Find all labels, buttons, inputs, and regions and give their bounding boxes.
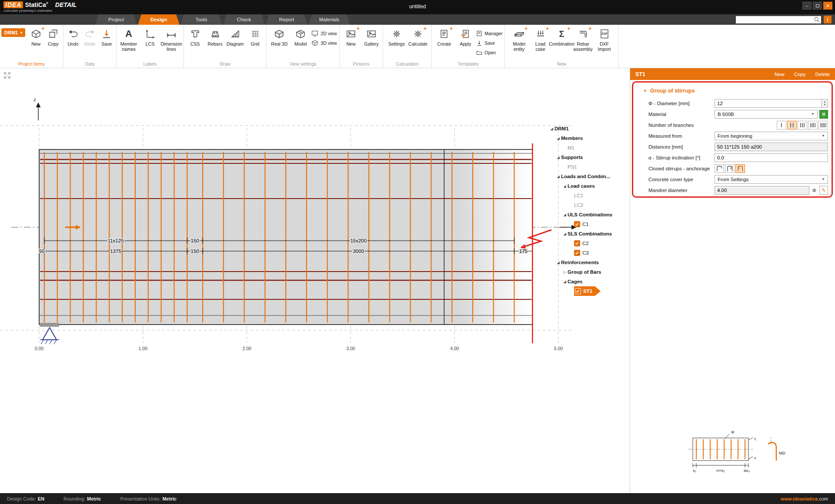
3d-view-button[interactable]: 3D view xyxy=(311,39,337,47)
tab-design[interactable]: Design xyxy=(138,14,180,25)
dimension-lines-button[interactable]: Dimension lines xyxy=(161,26,182,60)
search-input[interactable] xyxy=(736,16,821,23)
2d-view-button[interactable]: 2D view xyxy=(311,29,337,37)
tab-report[interactable]: Report xyxy=(266,14,307,25)
branches-3-button[interactable] xyxy=(798,121,807,129)
expand-open-icon[interactable]: ◢ xyxy=(555,261,561,265)
apply-template-button[interactable]: Apply xyxy=(455,26,476,60)
branches-1-button[interactable] xyxy=(777,121,786,129)
dxf-import-button[interactable]: DXF DXF Import xyxy=(594,26,615,60)
settings-button[interactable]: Settings xyxy=(386,26,407,60)
tree-item-members[interactable]: ◢Members xyxy=(549,133,630,143)
expand-open-icon[interactable]: ◢ xyxy=(562,232,568,236)
branches-5-button[interactable] xyxy=(818,121,828,129)
new-picture-button[interactable]: + New xyxy=(341,26,361,60)
stirrup-copy-button[interactable]: Copy xyxy=(794,72,806,77)
search-icon[interactable] xyxy=(814,17,820,23)
lcs-button[interactable]: LCS xyxy=(140,26,160,60)
anchorage-open-button[interactable] xyxy=(715,164,724,173)
expand-open-icon[interactable]: ◢ xyxy=(555,136,561,140)
anchorage-closed-button[interactable] xyxy=(735,164,745,173)
tree-item-reinforcements[interactable]: ◢Reinforcements xyxy=(549,258,630,267)
load-case-button[interactable]: + Load case xyxy=(530,26,551,60)
stirrup-delete-button[interactable]: Delete xyxy=(815,72,830,77)
stirrup-new-button[interactable]: New xyxy=(775,72,785,77)
tree-item-drm1[interactable]: ◢DRM1 xyxy=(549,124,630,133)
tree-item-load-cases[interactable]: ◢Load cases xyxy=(549,181,630,191)
inclination-input[interactable] xyxy=(715,153,828,162)
material-select[interactable]: B 500B ▼ xyxy=(715,110,818,119)
rebars-button[interactable]: Rebars xyxy=(205,26,225,60)
expand-open-icon[interactable]: ◢ xyxy=(562,213,568,217)
gallery-button[interactable]: Gallery xyxy=(361,26,381,60)
close-button[interactable]: × xyxy=(823,2,832,10)
website-link[interactable]: www.ideastatica.com xyxy=(781,496,828,501)
calculate-button[interactable]: + Calculate xyxy=(407,26,428,60)
collapse-triangle-icon[interactable]: ▼ xyxy=(643,89,647,93)
rebar-assembly-button[interactable]: + Rebar assembly xyxy=(573,26,594,60)
spinner-control[interactable]: ▲▼ xyxy=(822,99,828,108)
checkbox-checked-icon[interactable]: ✔ xyxy=(574,240,580,246)
tree-item-m1[interactable]: M1 xyxy=(549,143,630,153)
tab-check[interactable]: Check xyxy=(223,14,265,25)
tab-materials[interactable]: Materials xyxy=(308,14,350,25)
checkbox-checked-icon[interactable]: ✔ xyxy=(574,221,580,227)
checkbox-checked-icon[interactable]: ✔ xyxy=(574,250,580,256)
beam-drawing[interactable]: 0.001.002.003.004.005.0011x12515015x2005… xyxy=(0,68,630,493)
checkbox-checked-icon[interactable]: ✔ xyxy=(575,288,581,294)
design-canvas[interactable]: 0.001.002.003.004.005.0011x12515015x2005… xyxy=(0,68,630,493)
material-library-button[interactable] xyxy=(819,110,828,119)
tab-project[interactable]: Project xyxy=(95,14,137,25)
tree-item-cages[interactable]: ◢Cages xyxy=(549,277,630,286)
tree-item-c1[interactable]: ✔C1 xyxy=(549,219,630,229)
distances-input[interactable] xyxy=(715,143,828,151)
expand-open-icon[interactable]: ◢ xyxy=(555,175,561,179)
spinner-down-icon[interactable]: ▼ xyxy=(824,103,826,106)
expand-open-icon[interactable]: ◢ xyxy=(562,280,568,284)
model-view-button[interactable]: Model xyxy=(290,26,311,60)
real-3d-button[interactable]: Real 3D xyxy=(269,26,290,60)
tree-item-uls-combinations[interactable]: ◢ULS Combinations xyxy=(549,210,630,219)
diameter-input[interactable] xyxy=(715,99,822,108)
tree-item-ps1[interactable]: PS1 xyxy=(549,162,630,172)
expand-open-icon[interactable]: ◢ xyxy=(555,156,561,159)
spinner-up-icon[interactable]: ▲ xyxy=(824,100,826,103)
save-button[interactable]: Save xyxy=(98,26,115,60)
mandrel-input[interactable] xyxy=(715,186,809,195)
grid-button[interactable]: Grid xyxy=(245,26,265,60)
minimize-button[interactable]: – xyxy=(802,2,812,10)
expand-open-icon[interactable]: ◢ xyxy=(549,127,554,131)
branches-2-button[interactable] xyxy=(787,121,797,129)
model-entity-button[interactable]: + Model entity xyxy=(509,26,530,60)
tree-item-lc2[interactable]: LC2 xyxy=(549,200,630,210)
info-button[interactable]: i xyxy=(824,16,832,23)
tree-item-c3[interactable]: ✔C3 xyxy=(549,248,630,258)
tree-item-group-of-bars[interactable]: ▷Group of Bars xyxy=(549,267,630,277)
measured-from-select[interactable]: From beginning ▼ xyxy=(715,132,828,140)
template-open-button[interactable]: Open xyxy=(476,48,502,56)
tree-item-st1[interactable]: ✔ST1 xyxy=(549,286,630,296)
maximize-button[interactable] xyxy=(813,2,822,10)
anchorage-hook-button[interactable] xyxy=(725,164,735,173)
project-item-selector[interactable]: DRM1▾ xyxy=(1,28,25,37)
copy-project-item-button[interactable]: Copy xyxy=(45,26,62,60)
tree-item-lc1[interactable]: LC1 xyxy=(549,191,630,200)
create-template-button[interactable]: + Create xyxy=(434,26,454,60)
tree-item-sls-combinations[interactable]: ◢SLS Combinations xyxy=(549,229,630,239)
diagram-button[interactable]: Diagram xyxy=(225,26,245,60)
css-button[interactable]: CSS xyxy=(185,26,205,60)
section-group-of-stirrups[interactable]: ▼ Group of stirrups xyxy=(630,84,835,98)
combination-button[interactable]: Σ+ Combination xyxy=(551,26,572,60)
tab-tools[interactable]: Tools xyxy=(180,14,222,25)
fit-view-icon[interactable] xyxy=(3,72,11,81)
branches-4-button[interactable] xyxy=(808,121,818,129)
tree-item-supports[interactable]: ◢Supports xyxy=(549,153,630,162)
cover-type-select[interactable]: From Settings ▼ xyxy=(715,175,828,184)
tree-item-c2[interactable]: ✔C2 xyxy=(549,239,630,248)
template-save-button[interactable]: Save xyxy=(476,39,502,47)
new-project-item-button[interactable]: + New xyxy=(27,26,44,60)
undo-button[interactable]: Undo xyxy=(65,26,81,60)
expand-closed-icon[interactable]: ▷ xyxy=(562,270,568,274)
member-names-button[interactable]: A Member names xyxy=(118,26,139,60)
edit-pencil-button[interactable]: ✎ xyxy=(819,186,828,195)
